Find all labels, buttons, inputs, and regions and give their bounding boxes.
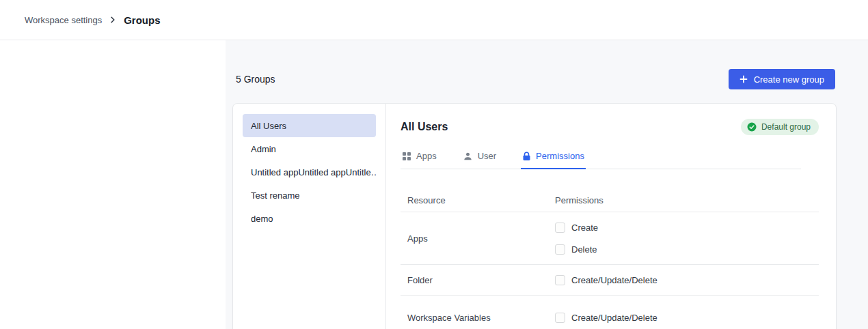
create-new-group-button[interactable]: Create new group xyxy=(729,69,835,89)
tab-apps[interactable]: Apps xyxy=(401,145,438,169)
permission-label: Create/Update/Delete xyxy=(571,275,657,285)
group-detail-pane: All Users Default group Apps User xyxy=(386,104,836,329)
chevron-right-icon xyxy=(109,16,117,24)
top-bar: Workspace settings Groups xyxy=(0,0,868,40)
permission-option: Delete xyxy=(555,238,819,260)
resource-column-header: Resource xyxy=(401,195,555,205)
default-group-label: Default group xyxy=(761,122,811,132)
resource-name: Apps xyxy=(401,233,555,244)
tab-permissions-label: Permissions xyxy=(536,151,584,161)
group-item-all-users[interactable]: All Users xyxy=(243,114,376,137)
group-item-test-rename[interactable]: Test rename xyxy=(243,184,376,207)
table-header-row: Resource Permissions xyxy=(401,169,819,212)
tab-permissions[interactable]: Permissions xyxy=(521,145,586,169)
default-group-badge: Default group xyxy=(741,119,819,135)
group-title: All Users xyxy=(401,121,448,133)
tab-apps-label: Apps xyxy=(416,151,437,161)
permissions-table: Resource Permissions Apps Create Delete xyxy=(401,169,819,329)
permission-option: Create/Update/Delete xyxy=(555,269,819,291)
checkbox-apps-create[interactable] xyxy=(555,223,565,233)
user-icon xyxy=(463,152,473,161)
detail-header: All Users Default group xyxy=(401,117,819,137)
lock-icon xyxy=(522,152,531,161)
tab-bar: Apps User Permissions xyxy=(401,145,801,169)
table-row-folder: Folder Create/Update/Delete xyxy=(401,265,819,296)
check-circle-icon xyxy=(747,122,757,132)
apps-grid-icon xyxy=(402,152,411,161)
create-new-group-label: Create new group xyxy=(754,74,824,85)
checkbox-folder-cud[interactable] xyxy=(555,275,565,285)
group-item-admin[interactable]: Admin xyxy=(243,137,376,160)
table-row-workspace-variables: Workspace Variables Create/Update/Delete xyxy=(401,296,819,329)
permission-label: Create xyxy=(571,223,598,233)
permission-label: Delete xyxy=(571,244,597,255)
groups-count-label: 5 Groups xyxy=(236,74,275,85)
resource-name: Workspace Variables xyxy=(401,313,555,323)
tab-user-label: User xyxy=(478,151,496,161)
group-item-demo[interactable]: demo xyxy=(243,207,376,230)
permission-option: Create xyxy=(555,216,819,238)
table-row-apps: Apps Create Delete xyxy=(401,212,819,265)
resource-name: Folder xyxy=(401,275,555,285)
checkbox-workspace-variables-cud[interactable] xyxy=(555,313,565,323)
permission-option: Create/Update/Delete xyxy=(555,306,819,328)
left-rail xyxy=(0,40,226,329)
plus-icon xyxy=(740,75,748,83)
permission-label: Create/Update/Delete xyxy=(571,313,657,323)
group-list: All Users Admin Untitled appUntitled app… xyxy=(233,104,386,329)
checkbox-apps-delete[interactable] xyxy=(555,244,565,255)
groups-card: All Users Admin Untitled appUntitled app… xyxy=(233,104,836,329)
breadcrumb-workspace-settings[interactable]: Workspace settings xyxy=(25,15,102,25)
tab-user[interactable]: User xyxy=(461,145,498,169)
permissions-column-header: Permissions xyxy=(555,195,819,205)
breadcrumb-current: Groups xyxy=(124,14,160,26)
group-item-untitled-app[interactable]: Untitled appUntitled appUntitle… xyxy=(243,160,376,184)
